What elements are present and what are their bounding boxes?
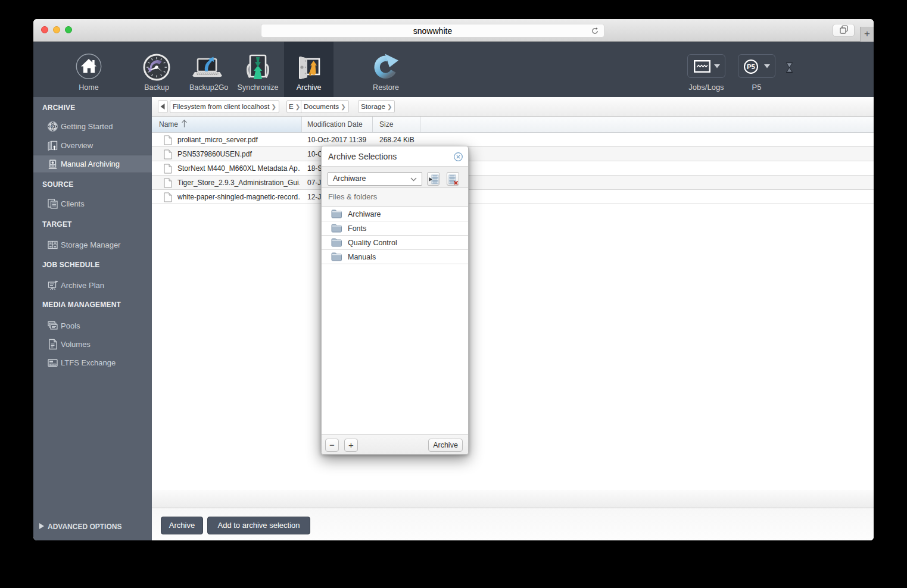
svg-text:?: ? <box>51 124 54 130</box>
svg-text:P5: P5 <box>747 63 756 70</box>
